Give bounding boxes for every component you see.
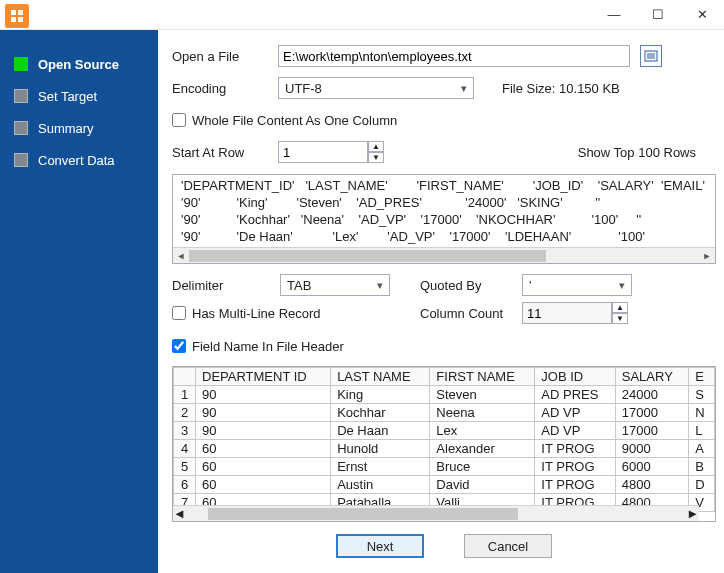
step-marker-icon <box>14 153 28 167</box>
table-cell: 9000 <box>615 440 689 458</box>
column-header[interactable]: LAST NAME <box>331 368 430 386</box>
encoding-select[interactable]: UTF-8 ▾ <box>278 77 474 99</box>
column-header[interactable]: E <box>689 368 715 386</box>
table-cell: 17000 <box>615 404 689 422</box>
step-open-source[interactable]: Open Source <box>0 48 158 80</box>
column-header[interactable]: FIRST NAME <box>430 368 535 386</box>
table-row[interactable]: 390De HaanLexAD VP17000L <box>174 422 715 440</box>
table-row[interactable]: 660AustinDavidIT PROG4800D <box>174 476 715 494</box>
field-header-label: Field Name In File Header <box>192 339 344 354</box>
delimiter-label: Delimiter <box>172 278 268 293</box>
show-top-label: Show Top 100 Rows <box>578 145 696 160</box>
file-path-input[interactable] <box>278 45 630 67</box>
open-file-label: Open a File <box>172 49 268 64</box>
table-cell: 17000 <box>615 422 689 440</box>
row-number-cell: 5 <box>174 458 196 476</box>
app-icon <box>5 4 29 28</box>
table-cell: Lex <box>430 422 535 440</box>
table-cell: Kochhar <box>331 404 430 422</box>
step-marker-icon <box>14 89 28 103</box>
step-label: Set Target <box>38 89 97 104</box>
column-header[interactable]: JOB ID <box>535 368 615 386</box>
table-cell: Bruce <box>430 458 535 476</box>
step-convert-data[interactable]: Convert Data <box>0 144 158 176</box>
table-cell: De Haan <box>331 422 430 440</box>
start-row-input[interactable] <box>278 141 368 163</box>
table-cell: A <box>689 440 715 458</box>
spin-down-button[interactable]: ▼ <box>368 152 384 163</box>
main-panel: Open a File Encoding UTF-8 ▾ File Size: … <box>158 30 724 573</box>
row-number-cell: 2 <box>174 404 196 422</box>
table-cell: 6000 <box>615 458 689 476</box>
whole-file-checkbox[interactable]: Whole File Content As One Column <box>172 113 397 128</box>
delimiter-value: TAB <box>287 278 311 293</box>
table-cell: AD VP <box>535 404 615 422</box>
quoted-by-label: Quoted By <box>420 278 510 293</box>
encoding-value: UTF-8 <box>285 81 322 96</box>
column-count-spinner[interactable]: ▲ ▼ <box>522 302 628 324</box>
scroll-right-icon[interactable]: ► <box>686 506 699 521</box>
window-minimize-button[interactable]: — <box>592 0 636 30</box>
svg-rect-0 <box>11 10 16 15</box>
table-row[interactable]: 560ErnstBruceIT PROG6000B <box>174 458 715 476</box>
grid-horizontal-scrollbar[interactable]: ◄ ► <box>173 505 699 521</box>
chevron-down-icon: ▾ <box>619 279 625 292</box>
step-marker-icon <box>14 121 28 135</box>
field-header-checkbox-input[interactable] <box>172 339 186 353</box>
window-maximize-button[interactable]: ☐ <box>636 0 680 30</box>
column-header[interactable]: SALARY <box>615 368 689 386</box>
multiline-checkbox-input[interactable] <box>172 306 186 320</box>
wizard-sidebar: Open Source Set Target Summary Convert D… <box>0 30 158 573</box>
table-cell: King <box>331 386 430 404</box>
table-cell: 60 <box>196 440 331 458</box>
svg-rect-2 <box>11 17 16 22</box>
table-row[interactable]: 460HunoldAlexanderIT PROG9000A <box>174 440 715 458</box>
browse-file-button[interactable] <box>640 45 662 67</box>
table-cell: AD VP <box>535 422 615 440</box>
step-summary[interactable]: Summary <box>0 112 158 144</box>
spin-down-button[interactable]: ▼ <box>612 313 628 324</box>
start-row-spinner[interactable]: ▲ ▼ <box>278 141 384 163</box>
data-grid: DEPARTMENT IDLAST NAMEFIRST NAMEJOB IDSA… <box>172 366 716 522</box>
window-close-button[interactable]: ✕ <box>680 0 724 30</box>
encoding-label: Encoding <box>172 81 268 96</box>
cancel-button[interactable]: Cancel <box>464 534 552 558</box>
table-cell: Steven <box>430 386 535 404</box>
scroll-thumb[interactable] <box>208 508 518 520</box>
quoted-by-select[interactable]: ' ▾ <box>522 274 632 296</box>
step-set-target[interactable]: Set Target <box>0 80 158 112</box>
scroll-thumb[interactable] <box>189 250 546 262</box>
file-size-label: File Size: 10.150 KB <box>502 81 620 96</box>
preview-horizontal-scrollbar[interactable]: ◄ ► <box>173 247 715 263</box>
table-cell: IT PROG <box>535 440 615 458</box>
scroll-left-icon[interactable]: ◄ <box>173 248 189 264</box>
table-cell: 60 <box>196 476 331 494</box>
table-cell: B <box>689 458 715 476</box>
table-cell: 90 <box>196 404 331 422</box>
column-count-input[interactable] <box>522 302 612 324</box>
quoted-by-value: ' <box>529 278 531 293</box>
delimiter-select[interactable]: TAB ▾ <box>280 274 390 296</box>
row-number-cell: 4 <box>174 440 196 458</box>
table-cell: 24000 <box>615 386 689 404</box>
step-label: Summary <box>38 121 94 136</box>
chevron-down-icon: ▾ <box>377 279 383 292</box>
column-count-label: Column Count <box>420 306 510 321</box>
whole-file-checkbox-input[interactable] <box>172 113 186 127</box>
spin-up-button[interactable]: ▲ <box>368 141 384 152</box>
row-number-header <box>174 368 196 386</box>
wizard-footer: Next Cancel <box>172 526 716 566</box>
table-cell: David <box>430 476 535 494</box>
scroll-right-icon[interactable]: ► <box>699 248 715 264</box>
table-row[interactable]: 290KochharNeenaAD VP17000N <box>174 404 715 422</box>
multiline-checkbox[interactable]: Has Multi-Line Record <box>172 306 321 321</box>
column-header[interactable]: DEPARTMENT ID <box>196 368 331 386</box>
scroll-left-icon[interactable]: ◄ <box>173 506 186 521</box>
table-row[interactable]: 190KingStevenAD PRES24000S <box>174 386 715 404</box>
next-button[interactable]: Next <box>336 534 424 558</box>
data-grid-table: DEPARTMENT IDLAST NAMEFIRST NAMEJOB IDSA… <box>173 367 715 512</box>
row-number-cell: 3 <box>174 422 196 440</box>
field-header-checkbox[interactable]: Field Name In File Header <box>172 339 344 354</box>
step-label: Convert Data <box>38 153 115 168</box>
spin-up-button[interactable]: ▲ <box>612 302 628 313</box>
